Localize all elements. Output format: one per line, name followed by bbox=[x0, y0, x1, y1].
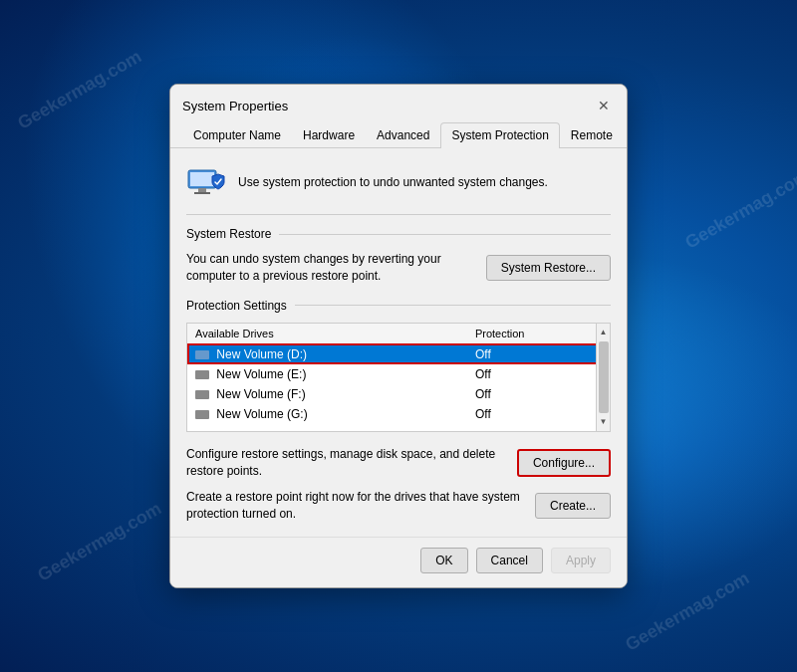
table-row[interactable]: New Volume (D:) Off bbox=[187, 343, 610, 364]
drive-protection-d: Off bbox=[467, 343, 610, 364]
header-section: Use system protection to undo unwanted s… bbox=[186, 162, 611, 215]
drive-protection-g: Off bbox=[467, 404, 610, 424]
header-description: Use system protection to undo unwanted s… bbox=[238, 175, 548, 189]
protection-divider-line bbox=[295, 305, 611, 306]
create-row: Create a restore point right now for the… bbox=[186, 489, 611, 523]
system-restore-inner: You can undo system changes by reverting… bbox=[186, 251, 611, 285]
system-restore-button[interactable]: System Restore... bbox=[486, 255, 611, 281]
drive-name-f: New Volume (F:) bbox=[187, 384, 467, 404]
svg-rect-1 bbox=[190, 172, 214, 186]
configure-row: Configure restore settings, manage disk … bbox=[186, 446, 611, 480]
cancel-button[interactable]: Cancel bbox=[476, 548, 543, 573]
tab-remote[interactable]: Remote bbox=[560, 122, 624, 147]
drives-table-container: Available Drives Protection New Volume (… bbox=[186, 323, 611, 432]
tab-hardware[interactable]: Hardware bbox=[292, 122, 366, 147]
col-header-drives: Available Drives bbox=[187, 324, 467, 344]
tab-system-protection[interactable]: System Protection bbox=[440, 122, 559, 148]
dialog-overlay: System Properties ✕ Computer Name Hardwa… bbox=[0, 0, 797, 672]
tab-computer-name[interactable]: Computer Name bbox=[182, 122, 292, 147]
apply-button[interactable]: Apply bbox=[551, 548, 611, 573]
shield-computer-icon bbox=[186, 162, 226, 202]
scrollbar-up[interactable]: ▲ bbox=[597, 326, 611, 339]
drive-name-d: New Volume (D:) bbox=[187, 343, 467, 364]
close-button[interactable]: ✕ bbox=[593, 95, 615, 116]
drive-protection-f: Off bbox=[467, 384, 610, 404]
configure-description: Configure restore settings, manage disk … bbox=[186, 446, 505, 480]
table-row[interactable]: New Volume (F:) Off bbox=[187, 384, 610, 404]
tab-bar: Computer Name Hardware Advanced System P… bbox=[170, 116, 627, 148]
svg-rect-2 bbox=[198, 188, 206, 192]
dialog-title: System Properties bbox=[182, 99, 288, 113]
system-restore-label: System Restore bbox=[186, 227, 271, 241]
drive-protection-e: Off bbox=[467, 364, 610, 384]
protection-settings-divider: Protection Settings bbox=[186, 299, 611, 313]
scrollbar-down[interactable]: ▼ bbox=[597, 415, 611, 429]
drives-scrollbar[interactable]: ▲ ▼ bbox=[596, 324, 610, 431]
title-bar: System Properties ✕ bbox=[170, 85, 627, 116]
system-properties-dialog: System Properties ✕ Computer Name Hardwa… bbox=[169, 84, 628, 588]
create-button[interactable]: Create... bbox=[535, 493, 611, 519]
drives-table: Available Drives Protection New Volume (… bbox=[187, 324, 610, 424]
drive-name-g: New Volume (G:) bbox=[187, 404, 467, 424]
dialog-footer: OK Cancel Apply bbox=[170, 537, 627, 587]
create-description: Create a restore point right now for the… bbox=[186, 489, 523, 523]
protection-settings-section: Protection Settings Available Drives Pro… bbox=[186, 299, 611, 432]
table-row[interactable]: New Volume (G:) Off bbox=[187, 404, 610, 424]
svg-rect-3 bbox=[194, 192, 210, 194]
col-header-protection: Protection bbox=[467, 324, 610, 344]
drive-name-e: New Volume (E:) bbox=[187, 364, 467, 384]
scrollbar-thumb[interactable] bbox=[599, 341, 609, 413]
system-restore-divider: System Restore bbox=[186, 227, 611, 241]
configure-button[interactable]: Configure... bbox=[517, 449, 611, 477]
system-restore-description: You can undo system changes by reverting… bbox=[186, 251, 474, 285]
dialog-body: Use system protection to undo unwanted s… bbox=[170, 148, 627, 537]
table-row[interactable]: New Volume (E:) Off bbox=[187, 364, 610, 384]
tab-advanced[interactable]: Advanced bbox=[366, 122, 440, 147]
divider-line bbox=[279, 234, 611, 235]
protection-settings-label: Protection Settings bbox=[186, 299, 287, 313]
ok-button[interactable]: OK bbox=[420, 548, 467, 573]
system-restore-section: System Restore You can undo system chang… bbox=[186, 227, 611, 285]
